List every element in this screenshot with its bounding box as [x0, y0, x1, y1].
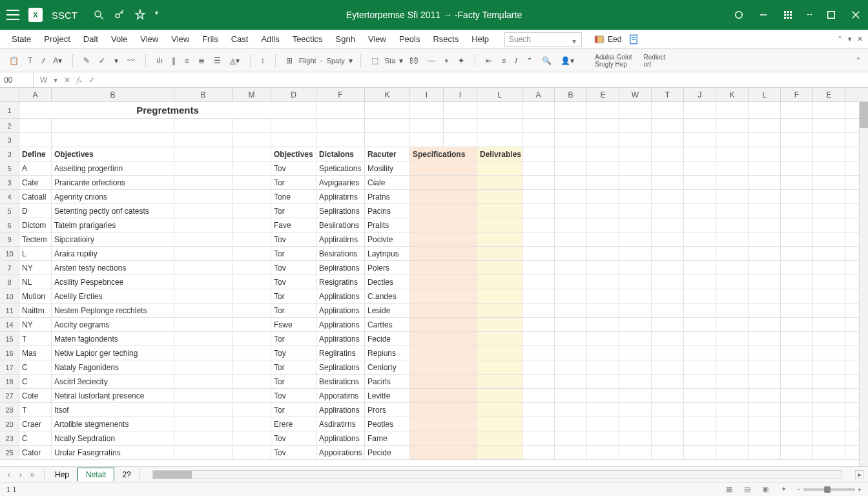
cell[interactable]: T	[19, 403, 52, 417]
cell[interactable]: Itsof	[52, 403, 174, 417]
cell[interactable]	[477, 261, 522, 274]
cell[interactable]	[410, 204, 477, 218]
col-header[interactable]: A	[19, 88, 52, 101]
cell[interactable]	[684, 218, 716, 232]
cell[interactable]	[522, 119, 555, 132]
cell[interactable]	[652, 318, 684, 331]
cell[interactable]: Toy	[271, 346, 316, 360]
cell[interactable]	[781, 190, 813, 203]
cell[interactable]	[522, 247, 555, 260]
menu-eed[interactable]: Eed	[594, 34, 621, 45]
dash-icon[interactable]: --	[807, 9, 812, 21]
cell[interactable]: Appliratirns	[316, 190, 365, 203]
col-header[interactable]: B	[174, 88, 232, 101]
zoom-out-button[interactable]: −	[796, 486, 800, 493]
chevron-down-icon[interactable]: ▾	[349, 56, 353, 65]
cell[interactable]	[232, 261, 271, 274]
cell[interactable]	[813, 176, 845, 189]
row-header[interactable]: 5	[0, 204, 19, 218]
cell[interactable]: Define	[19, 147, 52, 161]
cell[interactable]: Appoirations	[316, 446, 365, 459]
cell[interactable]	[174, 403, 232, 417]
cell[interactable]: Acsility Pespebncee	[52, 275, 174, 289]
cell[interactable]	[232, 176, 271, 189]
fx-dropdown-icon[interactable]: ▾	[54, 76, 57, 85]
cell[interactable]	[410, 446, 477, 459]
cell[interactable]	[232, 403, 271, 417]
cell[interactable]: C	[19, 360, 52, 374]
cell[interactable]: Aocilty oegrams	[52, 318, 174, 331]
cell[interactable]	[781, 147, 813, 161]
cell[interactable]	[587, 119, 619, 132]
cell[interactable]	[365, 119, 410, 132]
row-header[interactable]: 17	[0, 360, 19, 374]
cell[interactable]	[749, 247, 781, 260]
maximize-button[interactable]	[825, 9, 837, 21]
list-icon[interactable]: ☰	[211, 55, 223, 67]
cell[interactable]	[619, 147, 652, 161]
cell[interactable]	[232, 289, 271, 303]
cell[interactable]	[716, 218, 749, 232]
cell[interactable]	[232, 417, 271, 431]
cell[interactable]	[174, 304, 232, 317]
row-header[interactable]: 16	[0, 346, 19, 360]
cell[interactable]: Fave	[271, 218, 316, 232]
col-header[interactable]: E	[587, 88, 619, 101]
cell[interactable]: Applirations	[316, 289, 365, 303]
cell[interactable]: Tov	[271, 275, 316, 289]
collapse-down-icon[interactable]: ▾	[848, 35, 852, 43]
hscroll-right-button[interactable]: ▸	[855, 470, 864, 479]
cell[interactable]	[716, 389, 749, 402]
cell[interactable]	[652, 289, 684, 303]
dropdown-caret-icon[interactable]: ▾	[155, 9, 158, 21]
cell[interactable]	[477, 346, 522, 360]
cell[interactable]	[813, 275, 845, 289]
cell[interactable]	[749, 346, 781, 360]
name-box[interactable]: 00	[0, 72, 34, 87]
cell[interactable]: Tor	[271, 304, 316, 317]
ribbon-collapse-icon[interactable]: ⌃	[855, 56, 862, 65]
sparkle-icon[interactable]: ✦	[455, 55, 467, 67]
cell[interactable]	[749, 375, 781, 388]
cell[interactable]	[749, 318, 781, 331]
cell[interactable]	[174, 360, 232, 374]
menu-help[interactable]: Help	[465, 32, 495, 46]
row-header[interactable]: 11	[0, 304, 19, 317]
cell[interactable]	[232, 375, 271, 388]
cell[interactable]	[684, 119, 716, 132]
cell[interactable]	[652, 232, 684, 246]
cell[interactable]	[477, 446, 522, 459]
cell[interactable]	[232, 275, 271, 289]
cell[interactable]	[684, 375, 716, 388]
cell[interactable]	[555, 218, 587, 232]
cell[interactable]	[587, 176, 619, 189]
formula-area[interactable]: W ▾ ✕ 𝑓ₓ ✓	[34, 76, 868, 85]
cell[interactable]: Tor	[271, 403, 316, 417]
cell[interactable]	[749, 275, 781, 289]
cell[interactable]	[232, 161, 271, 175]
cell[interactable]	[522, 346, 555, 360]
cell[interactable]	[555, 403, 587, 417]
cell[interactable]	[684, 261, 716, 274]
cell[interactable]	[716, 275, 749, 289]
cell[interactable]	[522, 161, 555, 175]
col-header[interactable]: L	[749, 88, 781, 101]
cell[interactable]	[477, 247, 522, 260]
cell[interactable]	[410, 403, 477, 417]
cell[interactable]	[410, 119, 444, 132]
cell[interactable]	[232, 119, 271, 132]
cell[interactable]: Applirations	[316, 403, 365, 417]
cell[interactable]	[174, 332, 232, 346]
brush-icon[interactable]: ✎	[81, 55, 92, 67]
cell[interactable]	[555, 204, 587, 218]
cell[interactable]	[232, 218, 271, 232]
cell[interactable]	[522, 204, 555, 218]
cell[interactable]	[652, 431, 684, 445]
cell[interactable]	[652, 102, 684, 118]
dropdown-icon[interactable]: ▾	[112, 55, 121, 67]
cell[interactable]	[813, 446, 845, 459]
cell[interactable]: Bestiraticns	[316, 375, 365, 388]
cell[interactable]	[477, 332, 522, 346]
cell[interactable]	[232, 232, 271, 246]
cell[interactable]	[749, 332, 781, 346]
